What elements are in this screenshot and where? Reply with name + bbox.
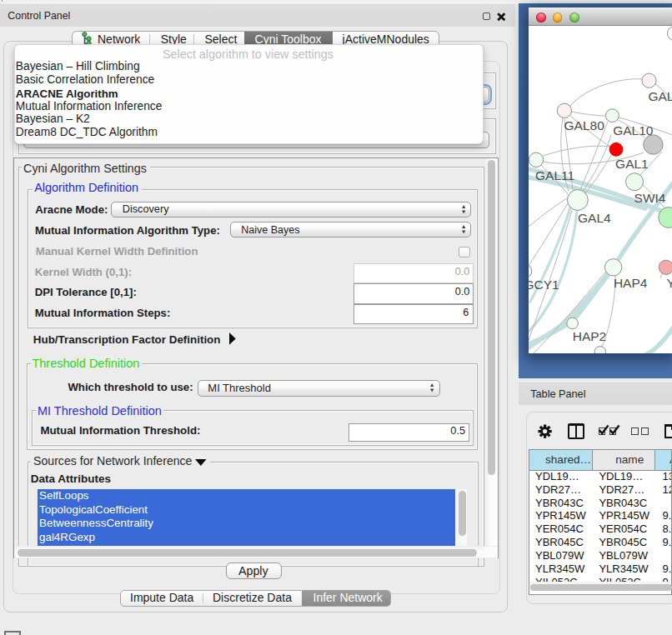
svg-text:GAL80: GAL80 xyxy=(564,118,605,132)
svg-text:SWI4: SWI4 xyxy=(634,191,666,205)
svg-text:GCY1: GCY1 xyxy=(529,278,559,292)
svg-text:GAL7: GAL7 xyxy=(648,90,672,104)
svg-text:HAP2: HAP2 xyxy=(573,329,607,343)
svg-text:HAP4: HAP4 xyxy=(614,276,648,290)
svg-text:GAL4: GAL4 xyxy=(578,211,611,225)
svg-text:YHR1: YHR1 xyxy=(667,276,672,290)
svg-text:GAL1: GAL1 xyxy=(615,157,649,171)
svg-text:GAL10: GAL10 xyxy=(613,123,654,138)
svg-text:GAL11: GAL11 xyxy=(535,168,574,182)
